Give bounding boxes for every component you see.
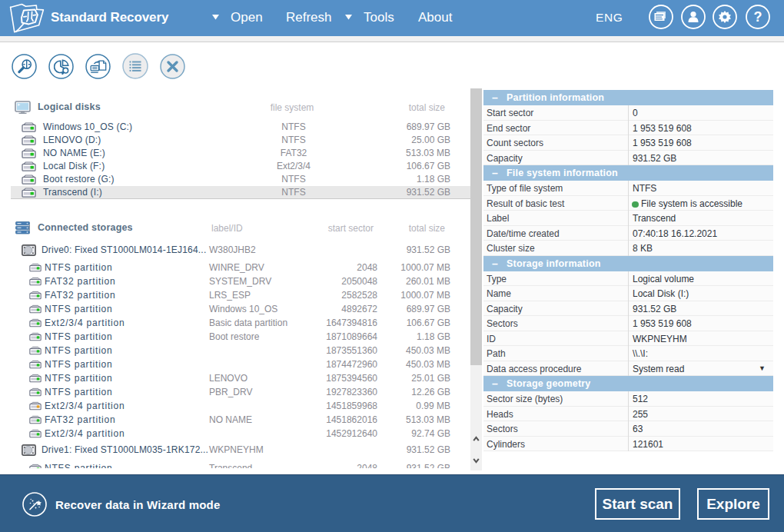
svg-text:?: ? <box>754 9 762 25</box>
